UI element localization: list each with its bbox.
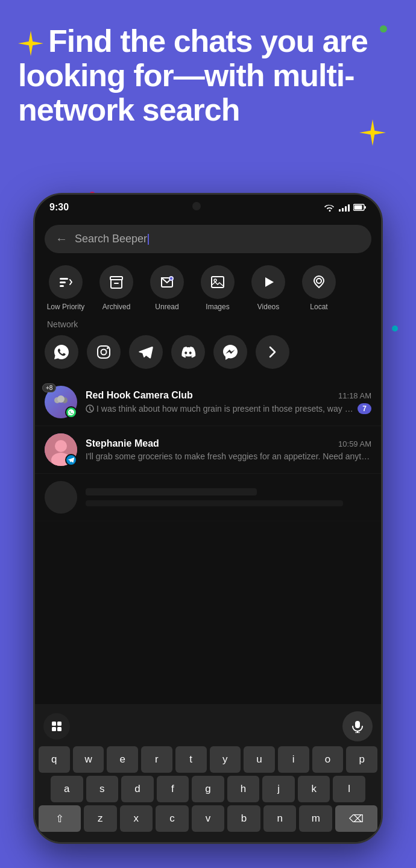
chat-preview: I'll grab some groceries to make fresh v…	[86, 451, 371, 461]
key-s[interactable]: s	[86, 776, 119, 802]
key-y[interactable]: y	[210, 746, 241, 773]
unread-label: Unread	[155, 303, 178, 311]
network-discord[interactable]	[171, 335, 205, 369]
key-m[interactable]: m	[299, 805, 332, 832]
key-p[interactable]: p	[346, 746, 377, 773]
status-icons	[324, 203, 367, 212]
filter-row: Low Priority Archived	[35, 260, 381, 313]
low-priority-label: Low Priority	[47, 303, 85, 311]
key-d[interactable]: d	[121, 776, 154, 802]
videos-icon	[251, 265, 285, 299]
network-telegram[interactable]	[129, 335, 163, 369]
svg-rect-25	[52, 727, 56, 731]
keyboard: q w e r t y u i o p a s d f g h j k	[35, 704, 381, 835]
chat-info	[86, 488, 371, 506]
key-f[interactable]: f	[157, 776, 189, 802]
svg-rect-27	[355, 721, 360, 728]
keyboard-mic-button[interactable]	[342, 711, 373, 741]
network-more[interactable]	[256, 335, 289, 369]
svg-rect-5	[60, 285, 64, 287]
key-g[interactable]: g	[192, 776, 224, 802]
signal-bars-icon	[339, 203, 350, 212]
key-w[interactable]: w	[73, 746, 104, 773]
svg-rect-23	[52, 722, 56, 726]
network-badge-telegram	[65, 454, 77, 466]
filter-unread[interactable]: Unread	[146, 265, 188, 311]
svg-point-10	[214, 279, 216, 281]
key-r[interactable]: r	[141, 746, 172, 773]
battery-icon	[353, 204, 367, 211]
shift-key[interactable]: ⇧	[39, 805, 81, 832]
back-button[interactable]: ←	[55, 232, 68, 246]
key-k[interactable]: k	[298, 776, 330, 802]
network-whatsapp[interactable]	[45, 335, 78, 369]
sparkle-top-icon	[18, 31, 43, 56]
unread-badge: 7	[358, 403, 371, 414]
key-v[interactable]: v	[192, 805, 225, 832]
chat-item-partial[interactable]	[35, 474, 381, 521]
key-i[interactable]: i	[278, 746, 309, 773]
keyboard-toolbar	[39, 709, 377, 746]
hero-section: Find the chats you are looking for—with …	[0, 0, 416, 140]
avatar-wrapper	[45, 433, 77, 466]
filter-archived[interactable]: Archived	[95, 265, 137, 311]
chat-time: 10:59 AM	[338, 439, 371, 448]
text-cursor	[148, 234, 149, 245]
filter-images[interactable]: Images	[197, 265, 239, 311]
network-badge-whatsapp	[65, 406, 77, 418]
chat-item[interactable]: +8 Red Hook Camera Club 11:18 AM	[35, 379, 381, 426]
key-u[interactable]: u	[244, 746, 275, 773]
filter-location[interactable]: Locat	[298, 265, 340, 311]
network-row	[35, 333, 381, 374]
key-j[interactable]: j	[262, 776, 295, 802]
chat-item[interactable]: Stephanie Mead 10:59 AM I'll grab some g…	[35, 426, 381, 474]
hero-title: Find the chats you are looking for—with …	[18, 24, 398, 128]
svg-marker-11	[265, 277, 274, 287]
delete-key[interactable]: ⌫	[335, 805, 377, 832]
status-time: 9:30	[49, 202, 69, 213]
svg-rect-24	[57, 722, 61, 726]
sparkle-bottom-icon	[359, 119, 386, 146]
svg-rect-26	[57, 727, 61, 731]
avatar	[45, 481, 77, 514]
images-label: Images	[206, 303, 229, 311]
key-z[interactable]: z	[84, 805, 117, 832]
videos-label: Videos	[257, 303, 279, 311]
key-l[interactable]: l	[333, 776, 365, 802]
chat-info: Stephanie Mead 10:59 AM I'll grab some g…	[86, 438, 371, 461]
search-bar[interactable]: ← Search Beeper	[45, 225, 371, 253]
key-n[interactable]: n	[263, 805, 297, 832]
phone-content: ← Search Beeper Low Priority	[35, 218, 381, 835]
key-b[interactable]: b	[227, 805, 260, 832]
keyboard-grid-button[interactable]	[43, 713, 70, 740]
chat-header: Stephanie Mead 10:59 AM	[86, 438, 371, 449]
key-c[interactable]: c	[156, 805, 189, 832]
key-e[interactable]: e	[107, 746, 138, 773]
avatar-wrapper: +8	[45, 386, 77, 418]
chat-time: 11:18 AM	[338, 391, 371, 400]
keyboard-row-1: q w e r t y u i o p	[39, 746, 377, 773]
key-q[interactable]: q	[39, 746, 70, 773]
filter-low-priority[interactable]: Low Priority	[45, 265, 87, 311]
search-input[interactable]: Search Beeper	[75, 233, 361, 245]
network-instagram[interactable]	[87, 335, 121, 369]
archived-label: Archived	[102, 303, 131, 311]
chat-header: Red Hook Camera Club 11:18 AM	[86, 390, 371, 401]
key-a[interactable]: a	[51, 776, 83, 802]
network-messenger[interactable]	[213, 335, 247, 369]
key-h[interactable]: h	[227, 776, 260, 802]
svg-rect-2	[365, 206, 367, 209]
keyboard-row-2: a s d f g h j k l	[39, 776, 377, 802]
key-o[interactable]: o	[312, 746, 344, 773]
filter-videos[interactable]: Videos	[247, 265, 289, 311]
camera-notch	[192, 202, 201, 210]
chat-preview: I was think about how much grain is pres…	[86, 403, 371, 414]
phone-mockup: 9:30 ←	[33, 193, 383, 844]
dot-teal	[392, 326, 398, 332]
svg-rect-9	[212, 277, 224, 288]
images-icon	[201, 265, 235, 299]
key-t[interactable]: t	[175, 746, 207, 773]
svg-rect-1	[355, 206, 362, 210]
chat-name: Red Hook Camera Club	[86, 390, 193, 401]
key-x[interactable]: x	[120, 805, 153, 832]
